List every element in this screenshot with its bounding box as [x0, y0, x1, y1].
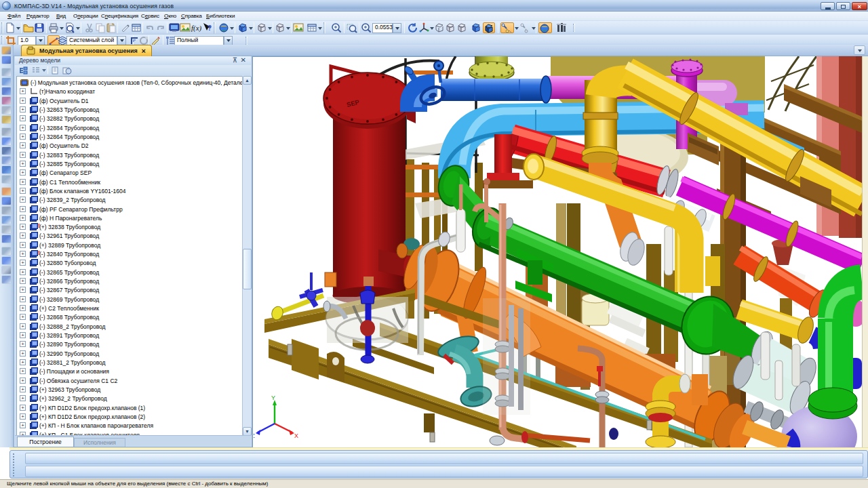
- svg-text:Z: Z: [254, 432, 255, 439]
- svg-text:f(x): f(x): [191, 24, 201, 33]
- svg-text:?: ?: [208, 24, 212, 32]
- svg-text:Y: Y: [271, 394, 275, 401]
- svg-text:X: X: [294, 432, 298, 439]
